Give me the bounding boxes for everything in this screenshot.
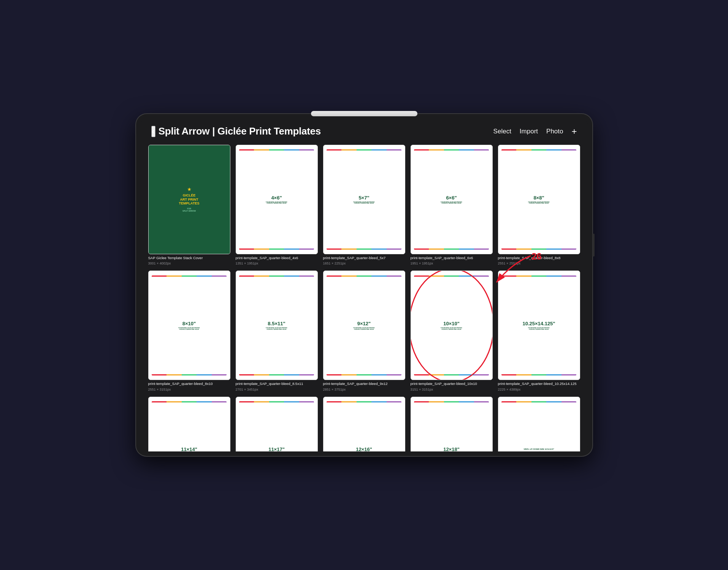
grid-item[interactable]: 8×8" FOR ARCHIVAL GICLÉE ART PRINTINGFRO… [498,145,580,265]
item-filename: print-template_SAP_quarter-bleed_10x10 [411,382,493,386]
item-filename: print-template_SAP_quarter-bleed_4x6 [236,256,318,260]
item-filename: print-template_SAP_quarter-bleed_9x12 [323,382,405,386]
header-actions: Select Import Photo + [493,126,577,137]
thumbnail: 5×7" FOR ARCHIVAL GICLÉE ART PRINTINGFRO… [323,145,405,254]
grid-item[interactable]: 8.5×11" FOR ARCHIVAL GICLÉE ART PRINTING… [236,271,318,391]
grid-item[interactable]: 6×6" FOR ARCHIVAL GICLÉE ART PRINTINGFRO… [411,145,493,265]
grid-item[interactable]: GICLÉEART PRINTTEMPLATES FORSPLIT ARROW … [148,145,230,265]
select-button[interactable]: Select [493,128,511,135]
files-grid: GICLÉEART PRINTTEMPLATES FORSPLIT ARROW … [148,145,580,451]
item-dimensions: 2225 × 4389px [498,388,580,391]
grid-item[interactable]: VINYL LP COVER SIZE 12.5×12.5" FOR ARCHI… [498,397,580,451]
thumbnail: 10×10" FOR ARCHIVAL GICLÉE ART PRINTINGF… [411,271,493,380]
thumbnail: 8×10" FOR ARCHIVAL GICLÉE ART PRINTINGFR… [148,271,230,380]
item-dimensions: 3001 × 4002px [148,261,230,265]
tablet-screen: ‹ Split Arrow | Giclée Print Templates S… [141,119,588,451]
grid-item[interactable]: 4×6" FOR ARCHIVAL GICLÉE ART PRINTINGFRO… [236,145,318,265]
thumbnail: 6×6" FOR ARCHIVAL GICLÉE ART PRINTINGFRO… [411,145,493,254]
grid-item[interactable]: 11×14" FOR ARCHIVAL GICLÉE ART PRINTINGF… [148,397,230,451]
apple-pencil [311,111,417,116]
item-filename: print-template_SAP_quarter-bleed_6x6 [411,256,493,260]
photo-button[interactable]: Photo [546,128,563,135]
thumbnail: 11×17" FOR ARCHIVAL GICLÉE ART PRINTINGF… [236,397,318,451]
thumbnail: VINYL LP COVER SIZE 12.5×12.5" FOR ARCHI… [498,397,580,451]
svg-marker-0 [187,187,191,191]
item-dimensions: 2701 × 3451px [236,388,318,391]
item-filename: print-template_SAP_quarter-bleed_5x7 [323,256,405,260]
item-filename: print-template_SAP_quarter-bleed_8x10 [148,382,230,386]
item-filename: print-template_SAP_quarter-bleed_8.5x11 [236,382,318,386]
item-filename: print-template_SAP_quarter-bleed_8x8 [498,256,580,260]
item-dimensions: 2551 × 2551px [498,261,580,265]
tablet-device: ‹ Split Arrow | Giclée Print Templates S… [136,114,592,456]
thumbnail: 8×8" FOR ARCHIVAL GICLÉE ART PRINTINGFRO… [498,145,580,254]
grid-item[interactable]: 10.25×14.125" FOR ARCHIVAL GICLÉE ART PR… [498,271,580,391]
files-grid-container[interactable]: GICLÉEART PRINTTEMPLATES FORSPLIT ARROW … [141,142,588,451]
item-dimensions: 2851 × 3751px [323,388,405,391]
item-filename: print-template_SAP_quarter-bleed_10.25x1… [498,382,580,386]
grid-item[interactable]: 12×16" FOR ARCHIVAL GICLÉE ART PRINTINGF… [323,397,405,451]
thumbnail: 12×16" FOR ARCHIVAL GICLÉE ART PRINTINGF… [323,397,405,451]
grid-item[interactable]: 11×17" FOR ARCHIVAL GICLÉE ART PRINTINGF… [236,397,318,451]
back-button[interactable]: ‹ [151,126,155,137]
thumbnail: GICLÉEART PRINTTEMPLATES FORSPLIT ARROW [148,145,230,254]
item-dimensions: 3151 × 3151px [411,388,493,391]
header: ‹ Split Arrow | Giclée Print Templates S… [141,119,588,142]
side-button [593,234,595,256]
page-title: Split Arrow | Giclée Print Templates [159,125,321,137]
thumbnail: 11×14" FOR ARCHIVAL GICLÉE ART PRINTINGF… [148,397,230,451]
grid-item[interactable]: 10×10" FOR ARCHIVAL GICLÉE ART PRINTINGF… [411,271,493,391]
grid-item[interactable]: 12×18" FOR ARCHIVAL GICLÉE ART PRINTINGF… [411,397,493,451]
item-dimensions: 1351 × 1951px [236,261,318,265]
item-filename: SAP Giclee Template Stack Cover [148,256,230,260]
grid-item[interactable]: 8×10" FOR ARCHIVAL GICLÉE ART PRINTINGFR… [148,271,230,391]
import-button[interactable]: Import [520,128,538,135]
thumbnail: 12×18" FOR ARCHIVAL GICLÉE ART PRINTINGF… [411,397,493,451]
item-dimensions: 2551 × 3151px [148,388,230,391]
thumbnail: 8.5×11" FOR ARCHIVAL GICLÉE ART PRINTING… [236,271,318,380]
thumbnail: 10.25×14.125" FOR ARCHIVAL GICLÉE ART PR… [498,271,580,380]
thumbnail: 9×12" FOR ARCHIVAL GICLÉE ART PRINTINGFR… [323,271,405,380]
header-left: ‹ Split Arrow | Giclée Print Templates [151,125,321,137]
grid-item[interactable]: 9×12" FOR ARCHIVAL GICLÉE ART PRINTINGFR… [323,271,405,391]
grid-item[interactable]: 5×7" FOR ARCHIVAL GICLÉE ART PRINTINGFRO… [323,145,405,265]
thumbnail: 4×6" FOR ARCHIVAL GICLÉE ART PRINTINGFRO… [236,145,318,254]
item-dimensions: 1951 × 1951px [411,261,493,265]
add-button[interactable]: + [571,126,577,137]
item-dimensions: 1651 × 2251px [323,261,405,265]
